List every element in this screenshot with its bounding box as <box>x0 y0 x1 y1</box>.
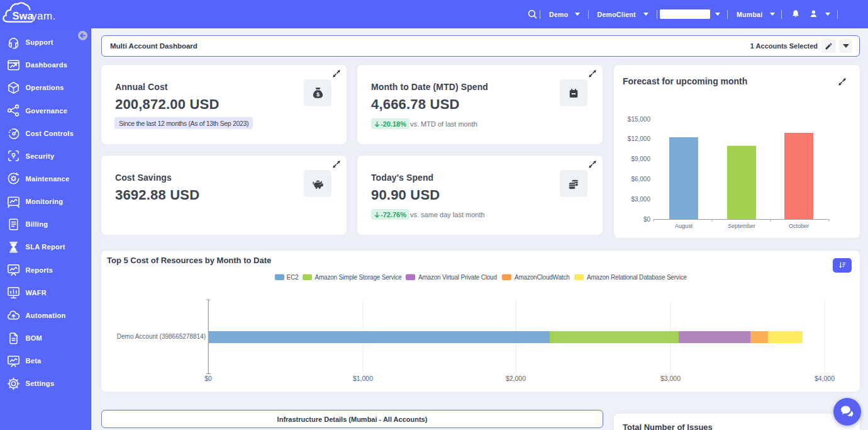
svg-text:$15,000: $15,000 <box>628 116 651 123</box>
svg-text:September: September <box>728 223 755 229</box>
svg-text:EC2: EC2 <box>287 274 299 281</box>
svg-text:Swa: Swa <box>13 10 34 21</box>
svg-text:October: October <box>789 223 809 229</box>
svg-text:$4,000: $4,000 <box>815 375 835 382</box>
svg-text:AmazonCloudWatch: AmazonCloudWatch <box>515 274 570 281</box>
svg-text:Amazon Virtual Private Cloud: Amazon Virtual Private Cloud <box>418 274 497 281</box>
svg-text:$2,000: $2,000 <box>506 375 526 382</box>
svg-text:$0: $0 <box>204 375 212 382</box>
svg-text:yam.: yam. <box>31 10 56 22</box>
svg-text:$9,000: $9,000 <box>631 156 650 162</box>
svg-text:$12,000: $12,000 <box>628 135 651 142</box>
svg-text:$6,000: $6,000 <box>631 176 650 183</box>
svg-text:$0: $0 <box>643 216 651 223</box>
svg-text:Amazon Simple Storage Service: Amazon Simple Storage Service <box>315 274 403 281</box>
svg-text:August: August <box>675 223 693 229</box>
svg-text:$: $ <box>316 91 319 98</box>
svg-text:Amazon Relational Database Ser: Amazon Relational Database Service <box>587 274 687 281</box>
svg-text:$1,000: $1,000 <box>353 375 373 382</box>
svg-text:Demo Account (398665278814): Demo Account (398665278814) <box>117 333 206 340</box>
svg-text:$3,000: $3,000 <box>631 196 650 203</box>
svg-text:$3,000: $3,000 <box>660 375 681 382</box>
